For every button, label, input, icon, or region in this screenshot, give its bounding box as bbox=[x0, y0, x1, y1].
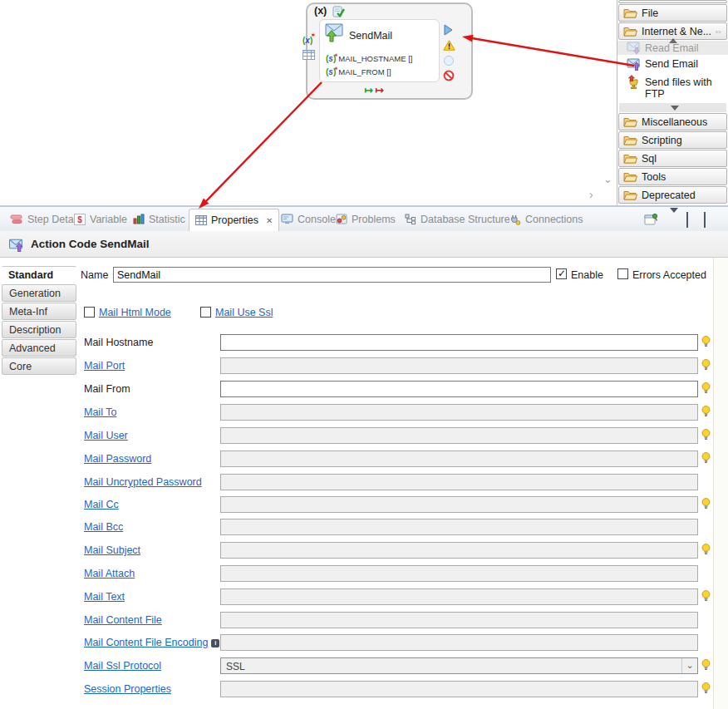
form-row: Mail Port bbox=[0, 357, 728, 375]
lightbulb-icon bbox=[701, 429, 711, 441]
palette-category-partial[interactable] bbox=[618, 0, 727, 3]
breakpoint-circle-icon[interactable] bbox=[443, 55, 455, 66]
palette-category-deprecated[interactable]: Deprecated bbox=[618, 186, 727, 204]
component-palette: File Internet & Ne... ⇔ Read Email Send … bbox=[617, 0, 728, 205]
close-tab-icon[interactable] bbox=[266, 216, 273, 225]
palette-category-label: Miscellaneous bbox=[642, 116, 707, 128]
maximize-icon[interactable] bbox=[704, 213, 706, 228]
name-input[interactable] bbox=[113, 267, 551, 283]
disable-icon[interactable] bbox=[443, 70, 455, 81]
folder-icon bbox=[623, 135, 637, 145]
palette-category-scripting[interactable]: Scripting bbox=[618, 131, 727, 149]
mail-use-ssl-checkbox[interactable] bbox=[200, 307, 211, 318]
side-tab-meta-inf[interactable]: Meta-Inf bbox=[2, 303, 76, 320]
sendmail-node-card[interactable]: SendMail s✶ MAIL_HOSTNAME [] s✶ MAIL_FRO… bbox=[319, 19, 440, 82]
mail-send-icon bbox=[323, 22, 345, 42]
lightbulb-icon bbox=[701, 544, 711, 555]
folder-open-icon bbox=[623, 26, 637, 37]
tab-console[interactable]: Console bbox=[281, 207, 336, 231]
field-link-mail-subject[interactable]: Mail Subject bbox=[84, 544, 140, 556]
palette-item-send-email[interactable]: Send Email bbox=[617, 57, 728, 73]
add-variable-icon[interactable]: x✶ bbox=[303, 32, 312, 47]
mail-ssl-protocol-select[interactable]: SSL bbox=[220, 657, 698, 674]
lightbulb-icon bbox=[701, 336, 711, 347]
info-icon bbox=[211, 639, 219, 647]
field-link-mail-cc[interactable]: Mail Cc bbox=[84, 499, 119, 510]
tab-problems[interactable]: Problems bbox=[336, 207, 396, 231]
enable-checkbox[interactable] bbox=[556, 268, 567, 279]
tab-variable[interactable]: $ Variable bbox=[74, 207, 127, 231]
palette-category-label: File bbox=[642, 7, 658, 19]
errors-accepted-checkbox[interactable] bbox=[617, 268, 628, 279]
script-check-icon bbox=[332, 6, 345, 18]
palette-scroll-down-icon[interactable] bbox=[671, 106, 679, 111]
palette-item-send-ftp[interactable]: Send files with FTP bbox=[617, 75, 728, 102]
application-window: (x) SendMail s✶ MAIL_HOSTNAME [] s✶ MAIL… bbox=[0, 0, 728, 709]
mail-from-input[interactable] bbox=[220, 381, 698, 397]
field-link-session-properties[interactable]: Session Properties bbox=[84, 683, 171, 695]
field-link-mail-text[interactable]: Mail Text bbox=[84, 591, 125, 603]
mail-cc-field bbox=[220, 496, 698, 513]
table-anchor-icon[interactable] bbox=[303, 50, 315, 60]
side-tab-standard[interactable]: Standard bbox=[2, 266, 76, 283]
mail-content-file-field bbox=[220, 612, 698, 628]
field-link-mail-content-file[interactable]: Mail Content File bbox=[84, 614, 162, 626]
play-icon[interactable] bbox=[443, 24, 454, 36]
canvas-scroll-right-icon[interactable]: › bbox=[589, 188, 593, 201]
tab-statistic[interactable]: Statistic bbox=[133, 207, 185, 231]
field-link-mail-attach[interactable]: Mail Attach bbox=[84, 568, 135, 579]
tab-database-structure[interactable]: Database Structure bbox=[405, 207, 510, 231]
node-variable-row: s✶ MAIL_FROM [] bbox=[326, 67, 391, 76]
svg-text:$: $ bbox=[77, 214, 82, 224]
form-row: Mail Cc bbox=[0, 496, 728, 514]
field-link-mail-bcc[interactable]: Mail Bcc bbox=[84, 521, 123, 533]
folder-icon bbox=[623, 7, 637, 18]
tab-step-detail[interactable]: Step Detail bbox=[10, 207, 78, 231]
tab-connections[interactable]: Connections bbox=[509, 207, 583, 231]
warning-icon[interactable] bbox=[443, 40, 455, 51]
sendmail-node[interactable]: (x) SendMail s✶ MAIL_HOSTNAME [] s✶ MAIL… bbox=[306, 2, 473, 100]
field-link-mail-uncrypted-password[interactable]: Mail Uncrypted Password bbox=[84, 476, 202, 488]
side-tab-generation[interactable]: Generation bbox=[2, 284, 76, 302]
session-properties-field bbox=[220, 681, 698, 697]
form-row: Mail Content File bbox=[0, 612, 728, 629]
field-link-mail-to[interactable]: Mail To bbox=[84, 406, 116, 418]
mail-html-mode-link[interactable]: Mail Html Mode bbox=[99, 307, 171, 318]
palette-category-internet[interactable]: Internet & Ne... ⇔ bbox=[618, 22, 727, 40]
field-link-mail-ssl-protocol[interactable]: Mail Ssl Protocol bbox=[84, 660, 161, 672]
palette-item-label: Send Email bbox=[645, 57, 698, 70]
mail-hostname-input[interactable] bbox=[220, 334, 698, 351]
pin-view-icon[interactable] bbox=[644, 213, 658, 229]
ok-connector-icon[interactable]: ↦ bbox=[364, 84, 375, 96]
side-tab-label: Meta-Inf bbox=[9, 306, 47, 318]
flow-canvas[interactable]: (x) SendMail s✶ MAIL_HOSTNAME [] s✶ MAIL… bbox=[0, 0, 617, 205]
minimize-icon[interactable] bbox=[686, 213, 688, 228]
tree-structure-icon bbox=[405, 214, 416, 224]
palette-item-read-email[interactable]: Read Email bbox=[617, 41, 728, 55]
field-link-mail-user[interactable]: Mail User bbox=[84, 430, 128, 441]
palette-category-sql[interactable]: Sql bbox=[618, 150, 727, 167]
mail-use-ssl-link[interactable]: Mail Use Ssl bbox=[215, 307, 273, 318]
text-input[interactable] bbox=[221, 336, 697, 351]
tab-properties[interactable]: Properties bbox=[189, 209, 279, 231]
chevron-down-icon[interactable] bbox=[681, 658, 697, 673]
field-link-mail-content-file-encoding[interactable]: Mail Content File Encoding bbox=[84, 637, 219, 648]
text-input[interactable] bbox=[221, 382, 697, 397]
palette-scroll-up-icon[interactable] bbox=[669, 38, 677, 43]
canvas-scroll-down-icon[interactable]: ⌄ bbox=[603, 173, 612, 185]
field-link-label: Mail Content File Encoding bbox=[84, 637, 208, 648]
field-link-mail-port[interactable]: Mail Port bbox=[84, 360, 125, 372]
field-link-mail-password[interactable]: Mail Password bbox=[84, 453, 151, 465]
node-connectors[interactable]: ↦↦ bbox=[364, 84, 386, 96]
view-menu-chevron-icon[interactable] bbox=[670, 213, 678, 228]
mail-to-field bbox=[220, 404, 698, 421]
palette-category-miscellaneous[interactable]: Miscellaneous bbox=[618, 113, 727, 130]
palette-category-tools[interactable]: Tools bbox=[618, 168, 727, 185]
mail-html-mode-checkbox[interactable] bbox=[84, 307, 95, 318]
palette-item-partial[interactable] bbox=[619, 103, 726, 112]
tab-label: Statistic bbox=[149, 214, 185, 225]
error-connector-icon[interactable]: ↦ bbox=[375, 84, 386, 96]
palette-category-file[interactable]: File bbox=[618, 4, 727, 22]
properties-panel: Standard Generation Meta-Inf Description… bbox=[0, 258, 728, 709]
pin-layout-icon[interactable]: ⇔ bbox=[714, 26, 723, 36]
